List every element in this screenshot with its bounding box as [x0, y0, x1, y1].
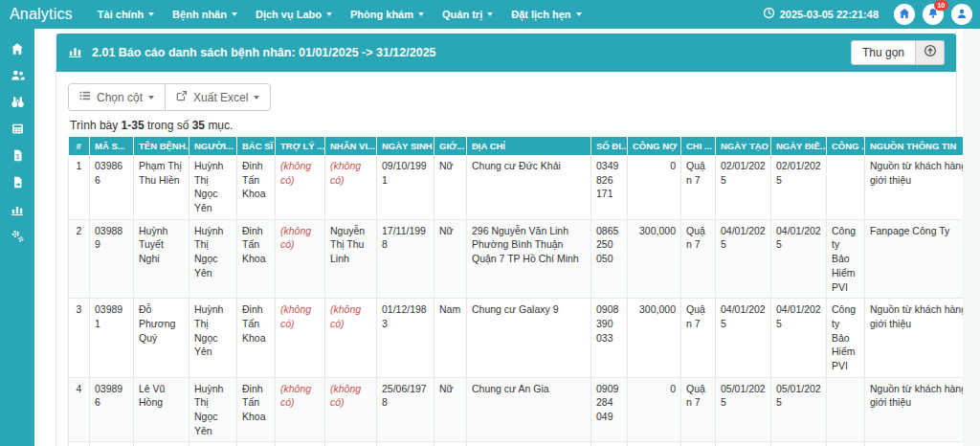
nav-item[interactable]: Tài chính [98, 9, 154, 20]
table-cell [827, 442, 865, 446]
column-header[interactable]: CÔNG NỢ [628, 137, 681, 155]
column-header[interactable]: # [69, 137, 90, 155]
table-cell: Quận 7 [681, 299, 716, 377]
table-cell: Quận 7 [681, 377, 716, 442]
column-header[interactable]: SỐ ĐI... [591, 137, 628, 155]
chevron-down-icon [487, 12, 493, 16]
main-content: 2.01 Báo cáo danh sách bệnh nhân: 01/01/… [34, 29, 980, 446]
table-cell: Đinh Tấn Khoa [237, 377, 276, 442]
column-header[interactable]: NHÂN VI... [325, 137, 377, 155]
nav-item[interactable]: Đặt lịch hẹn [511, 9, 581, 20]
table-cell: 17/11/1998 [377, 219, 434, 298]
column-header[interactable]: TRỢ LÝ ... [276, 137, 325, 155]
table-cell: 0865 250 050 [591, 219, 628, 298]
nav-item[interactable]: Quản trị [442, 9, 493, 20]
table-cell: Hotline Công Ty [865, 442, 978, 446]
table-cell: 05/01/2025 [771, 377, 827, 442]
notifications-button[interactable]: 10 [923, 4, 944, 25]
sidebar-item-calculator[interactable] [11, 122, 25, 136]
sidebar-item-invoice[interactable]: $ [11, 148, 25, 163]
scroll-top-button[interactable] [916, 40, 945, 65]
table-cell: 0 [628, 442, 681, 446]
app-brand[interactable]: Analytics [10, 6, 73, 23]
nav-item-label: Dịch vụ Labo [256, 9, 322, 20]
table-cell: (không có) [276, 219, 325, 298]
report-panel: 2.01 Báo cáo danh sách bệnh nhân: 01/01/… [56, 33, 957, 446]
nav-item[interactable]: Phòng khám [350, 9, 424, 20]
table-row: 4039896Lê Vũ HồngHuỳnh Thị Ngọc YênĐinh … [69, 377, 980, 442]
table-body: 1039866Phạm Thị Thu HiềnHuỳnh Thị Ngọc Y… [69, 155, 980, 446]
nav-item[interactable]: Bệnh nhân [172, 9, 237, 20]
nav-menu: Tài chínhBệnh nhânDịch vụ LaboPhòng khám… [98, 9, 582, 20]
column-header[interactable]: CHI ... [681, 137, 716, 155]
table-cell: 039906 [90, 442, 134, 446]
table-cell: (không có) [325, 442, 377, 446]
column-header[interactable]: NGÀY ĐIỀ... [771, 137, 827, 155]
export-excel-label: Xuất Excel [193, 91, 248, 104]
column-header[interactable]: ĐỊA CHỈ [467, 137, 591, 155]
chevron-down-icon [232, 12, 237, 16]
column-header[interactable]: NGUỒN THÔNG TIN [865, 137, 978, 155]
notification-badge: 10 [934, 0, 948, 11]
table-cell: (không có) [276, 155, 325, 219]
table-cell: Fanpage Công Ty [865, 219, 978, 298]
table-cell: Đinh Tấn Khoa [237, 219, 276, 298]
column-header[interactable]: TÊN BỆNH... [134, 137, 189, 155]
export-excel-button[interactable]: Xuất Excel [165, 84, 270, 110]
table-row: 2039889Huỳnh Tuyết NghiHuỳnh Thị Ngọc Yê… [69, 219, 980, 298]
sidebar-item-search[interactable] [11, 95, 25, 109]
table-cell: Chung cư Galaxy 9 [467, 299, 591, 377]
table-cell: Công ty Bảo Hiểm PVI [827, 219, 865, 298]
patients-table: #MÃ S...TÊN BỆNH...NGƯỜI...BÁC SĨTRỢ LÝ … [68, 137, 980, 446]
sidebar-item-settings[interactable] [11, 229, 25, 243]
table-cell: Huỳnh Thị Ngọc Yên [189, 299, 237, 377]
collapse-button[interactable]: Thu gọn [851, 40, 916, 65]
column-header[interactable]: MÃ S... [90, 137, 134, 155]
column-header[interactable]: GIỚ... [434, 137, 467, 155]
table-cell: 0909 284 049 [591, 377, 628, 442]
table-cell: (không có) [276, 377, 325, 442]
choose-columns-button[interactable]: Chọn cột [69, 84, 165, 110]
sidebar-item-document[interactable] [11, 175, 25, 190]
column-header[interactable]: NGÀY TẠO [716, 137, 771, 155]
sidebar-item-patients[interactable] [11, 68, 25, 82]
table-cell: 21/06/1976 [377, 442, 434, 446]
arrow-up-circle-icon [924, 44, 937, 61]
table-row: 1039866Phạm Thị Thu HiềnHuỳnh Thị Ngọc Y… [69, 155, 980, 219]
table-cell: Quận 7 [681, 219, 716, 298]
table-cell: 300,000 [628, 219, 681, 298]
panel-actions: Thu gọn [851, 40, 945, 65]
user-profile-button[interactable] [951, 4, 972, 25]
home-button[interactable] [894, 4, 915, 25]
table-cell: 04/01/2025 [771, 299, 827, 377]
table-cell: 300,000 [628, 299, 681, 377]
column-header[interactable]: NGƯỜI... [189, 137, 237, 155]
chart-icon [68, 44, 82, 62]
table-cell: Nữ [434, 377, 467, 442]
clock: 2025-03-05 22:21:48 [763, 6, 879, 23]
table-cell: 06/01/2025 [716, 442, 771, 446]
nav-item-label: Phòng khám [350, 9, 413, 20]
table-cell: 01/12/1983 [377, 299, 434, 377]
column-header[interactable]: CÔNG ... [827, 137, 865, 155]
table-cell: (không có) [325, 299, 377, 377]
chevron-down-icon [148, 12, 154, 16]
table-cell: Nữ [434, 219, 467, 298]
results-range: 1-35 [122, 119, 145, 132]
current-timestamp: 2025-03-05 22:21:48 [780, 9, 879, 20]
table-cell: 04/01/2025 [716, 219, 771, 298]
table-cell: Huỳnh Thị Ngọc Yên [189, 219, 237, 298]
table-cell: 02/01/2025 [716, 155, 771, 219]
table-header-row: #MÃ S...TÊN BỆNH...NGƯỜI...BÁC SĨTRỢ LÝ … [69, 137, 980, 155]
column-header[interactable]: BÁC SĨ [237, 137, 276, 155]
sidebar-item-home[interactable] [11, 41, 25, 56]
column-header[interactable]: NGÀY SINH [377, 137, 434, 155]
table-cell: Đỗ Phương Quý [134, 299, 189, 377]
nav-item-label: Bệnh nhân [172, 9, 227, 20]
table-cell: Quận 7 [681, 442, 716, 446]
choose-columns-label: Chọn cột [97, 91, 143, 104]
table-cell: Công ty Bảo Hiểm PVI [827, 299, 865, 377]
nav-item[interactable]: Dịch vụ Labo [256, 9, 332, 20]
sidebar-item-report[interactable] [11, 202, 25, 216]
table-cell: 039866 [90, 155, 134, 219]
